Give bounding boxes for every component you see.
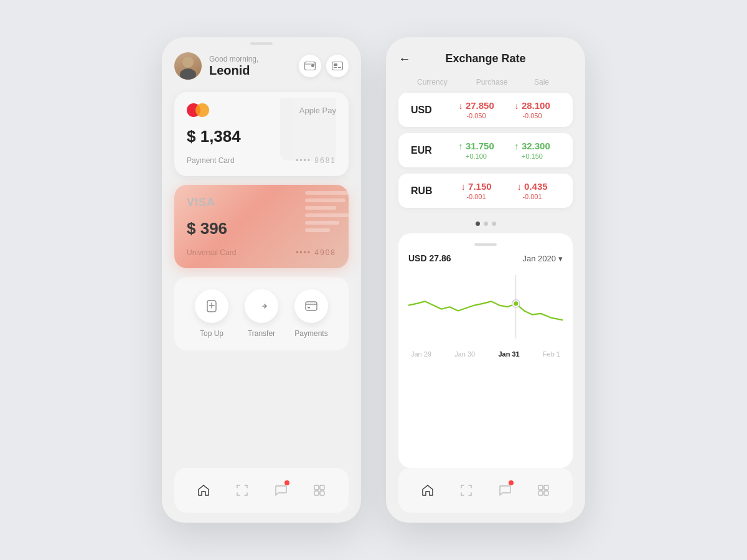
card-label-2: Universal Card — [187, 248, 236, 257]
sale-rub: ↓ 0.435 -0.001 — [504, 181, 560, 200]
chevron-down-icon: ▾ — [558, 254, 563, 263]
svg-rect-6 — [334, 63, 337, 66]
exchange-title: Exchange Rate — [445, 52, 525, 65]
svg-rect-19 — [314, 491, 319, 495]
nav-scan[interactable] — [230, 478, 255, 503]
currency-rub: RUB — [411, 185, 448, 197]
card-footer-2: Universal Card •••• 4908 — [187, 248, 336, 257]
sale-value-usd: ↓ 28.100 — [504, 100, 560, 111]
table-header: Currency Purchase Sale — [398, 78, 573, 86]
svg-point-1 — [180, 68, 196, 80]
action-transfer[interactable]: Transfer — [245, 289, 278, 338]
down-arrow-purchase-rub: ↓ — [461, 181, 468, 192]
up-arrow-sale-eur: ↑ — [514, 141, 522, 151]
dot-2[interactable] — [484, 222, 488, 226]
dot-1[interactable] — [476, 222, 480, 226]
chart-x-labels: Jan 29 Jan 30 Jan 31 Feb 1 — [408, 345, 563, 358]
left-phone: Good morning, Leonid — [162, 37, 361, 523]
card-label-1: Payment Card — [187, 156, 235, 165]
chart-period[interactable]: Jan 2020 ▾ — [523, 254, 563, 263]
sale-value-rub: ↓ 0.435 — [504, 181, 560, 192]
sale-value-eur: ↑ 32.300 — [504, 141, 560, 151]
svg-rect-16 — [308, 307, 310, 309]
card-last4-2: •••• 4908 — [296, 248, 336, 257]
nav-home[interactable] — [191, 478, 216, 503]
purchase-value-eur: ↑ 31.750 — [448, 141, 504, 151]
rate-row-rub[interactable]: RUB ↓ 7.150 -0.001 ↓ 0.435 -0.001 — [398, 174, 573, 208]
nav-scan-right[interactable] — [454, 478, 479, 503]
actions-section: Top Up Transfer Payments — [174, 277, 349, 350]
chart-title: USD 27.86 — [408, 253, 451, 263]
greeting: Good morning, Leonid — [209, 55, 299, 78]
x-label-jan29: Jan 29 — [411, 350, 431, 358]
svg-rect-24 — [538, 485, 543, 490]
bottom-nav-right — [398, 468, 573, 513]
action-payments[interactable]: Payments — [294, 289, 328, 338]
header-icons — [299, 55, 349, 77]
transfer-label: Transfer — [248, 329, 275, 338]
th-purchase: Purchase — [467, 78, 517, 86]
header-section: Good morning, Leonid — [174, 52, 349, 80]
chart-currency: USD — [408, 253, 427, 263]
topup-circle[interactable] — [195, 289, 228, 323]
chat-badge-right — [509, 480, 514, 485]
payments-label: Payments — [294, 329, 327, 338]
mastercard-icon — [187, 103, 209, 117]
bottom-nav-left — [174, 468, 349, 513]
svg-rect-10 — [293, 98, 336, 161]
pagination-dots — [398, 222, 573, 226]
topup-label: Top Up — [200, 329, 223, 338]
purchase-change-usd: -0.050 — [448, 112, 504, 119]
chart-area — [408, 271, 563, 345]
svg-rect-5 — [332, 62, 343, 70]
right-phone: ← Exchange Rate Currency Purchase Sale U… — [386, 37, 585, 523]
purchase-value-usd: ↓ 27.850 — [448, 100, 504, 111]
avatar — [174, 52, 202, 80]
purchase-usd: ↓ 27.850 -0.050 — [448, 100, 504, 119]
greeting-top: Good morning, — [209, 55, 299, 63]
nav-grid[interactable] — [307, 478, 332, 503]
card-icon-btn[interactable] — [326, 55, 349, 77]
nav-home-right[interactable] — [415, 478, 440, 503]
transfer-circle[interactable] — [245, 289, 278, 323]
svg-point-23 — [514, 301, 518, 306]
action-topup[interactable]: Top Up — [195, 289, 228, 338]
payments-circle[interactable] — [294, 289, 328, 323]
rate-row-usd[interactable]: USD ↓ 27.850 -0.050 ↓ 28.100 -0.050 — [398, 93, 573, 127]
card-decoration — [305, 191, 349, 232]
x-label-feb1: Feb 1 — [543, 350, 560, 358]
purchase-rub: ↓ 7.150 -0.001 — [448, 181, 504, 200]
svg-rect-14 — [306, 302, 317, 310]
greeting-name: Leonid — [209, 63, 299, 78]
purchase-change-rub: -0.001 — [448, 193, 504, 200]
svg-rect-26 — [538, 491, 543, 495]
chart-drag-handle — [474, 243, 497, 246]
wallet-icon-btn[interactable] — [299, 55, 321, 77]
svg-rect-27 — [544, 491, 548, 495]
down-arrow-sale-usd: ↓ — [514, 100, 522, 111]
drag-handle — [250, 42, 273, 45]
visa-card[interactable]: VISA $ 396 Universal Card •••• 4908 — [174, 185, 349, 268]
up-arrow-purchase-eur: ↑ — [458, 141, 466, 151]
currency-usd: USD — [411, 105, 448, 116]
chart-value: 27.86 — [429, 253, 451, 263]
th-sale: Sale — [517, 78, 566, 86]
chat-badge — [284, 480, 289, 485]
purchase-change-eur: +0.100 — [448, 152, 504, 160]
nav-chat-right[interactable] — [492, 478, 517, 503]
sale-usd: ↓ 28.100 -0.050 — [504, 100, 560, 119]
purchase-eur: ↑ 31.750 +0.100 — [448, 141, 504, 160]
nav-grid-right[interactable] — [531, 478, 556, 503]
back-button[interactable]: ← — [398, 52, 411, 66]
svg-point-0 — [182, 57, 194, 68]
chart-header: USD 27.86 Jan 2020 ▾ — [408, 253, 563, 263]
x-label-jan30: Jan 30 — [454, 350, 475, 358]
th-currency: Currency — [405, 78, 467, 86]
rate-row-eur[interactable]: EUR ↑ 31.750 +0.100 ↑ 32.300 +0.150 — [398, 133, 573, 167]
svg-rect-17 — [314, 485, 319, 490]
payment-card[interactable]: Apple Pay $ 1,384 Payment Card •••• 8681 — [174, 92, 349, 176]
dot-3[interactable] — [492, 222, 496, 226]
chart-section: USD 27.86 Jan 2020 ▾ Jan 29 Jan 30 Jan 3… — [398, 233, 573, 468]
nav-chat[interactable] — [268, 478, 293, 503]
x-label-jan31: Jan 31 — [498, 350, 519, 358]
